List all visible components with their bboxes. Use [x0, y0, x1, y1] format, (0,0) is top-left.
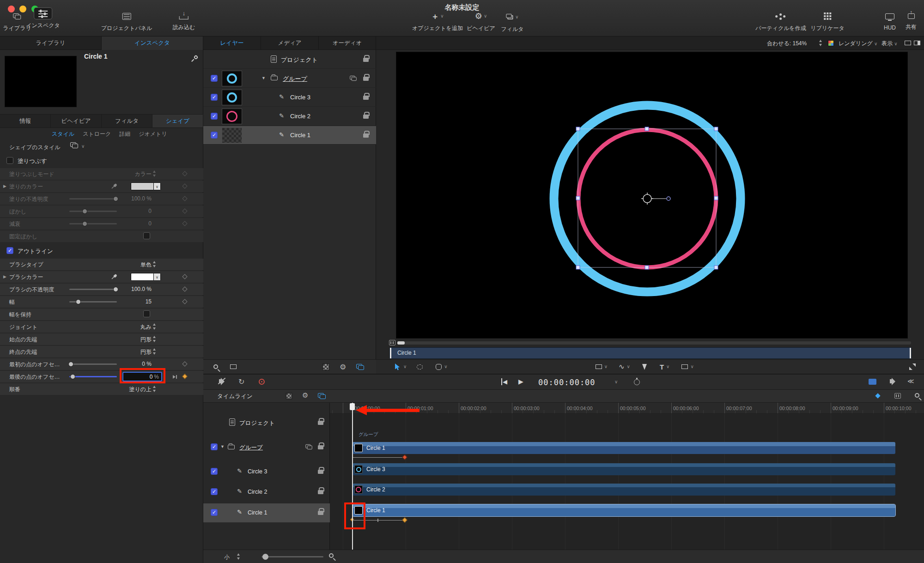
lock-icon[interactable]: [363, 115, 369, 119]
popup-stepper[interactable]: [152, 348, 157, 355]
tab-audio[interactable]: オーディオ: [319, 36, 376, 50]
disclosure-right-icon[interactable]: ▶: [3, 184, 6, 188]
zoom-level-value[interactable]: 合わせる: 154%: [767, 40, 807, 48]
track-height-value[interactable]: 小: [224, 553, 230, 561]
hand-tool-icon[interactable]: [436, 364, 442, 370]
keyframe-diamond[interactable]: [182, 171, 187, 176]
layers-view-icon[interactable]: [356, 364, 364, 370]
mini-timeline-scrollbar[interactable]: [397, 341, 911, 345]
transparency-checker-icon[interactable]: [322, 363, 329, 370]
show-filmstrip-icon[interactable]: [894, 393, 901, 399]
fill-checkbox[interactable]: [6, 157, 13, 164]
fill-color-swatch[interactable]: [131, 182, 154, 190]
show-keyframes-icon[interactable]: [875, 393, 880, 398]
tab-filters[interactable]: フィルタ: [102, 115, 152, 127]
timeline-zoom-knob[interactable]: [262, 554, 268, 560]
lock-icon[interactable]: [318, 511, 323, 515]
playhead-handle[interactable]: [350, 403, 355, 410]
inspector-toolbar-button[interactable]: インスペクタ: [26, 7, 60, 30]
tab-shape[interactable]: シェイプ: [152, 115, 203, 127]
lock-icon[interactable]: [318, 490, 323, 494]
filmstrip-view-icon[interactable]: [230, 364, 237, 369]
zoom-stepper[interactable]: [819, 39, 823, 47]
lock-icon[interactable]: [318, 421, 323, 425]
tab-library[interactable]: ライブラリ: [0, 36, 102, 50]
width-slider[interactable]: [69, 301, 117, 303]
timecode-display[interactable]: 00:00:00:00: [538, 378, 596, 387]
play-icon[interactable]: ▶: [518, 378, 523, 385]
shape-style-preset-icon[interactable]: [70, 142, 78, 148]
storage-status-icon[interactable]: [869, 379, 876, 385]
rectangle-tool-icon[interactable]: [596, 364, 602, 369]
project-panel-button[interactable]: プロジェクトパネル: [101, 10, 152, 32]
fill-mode-popup[interactable]: カラー: [134, 170, 152, 178]
brush-type-popup[interactable]: 単色: [140, 261, 152, 269]
lasso-tool-icon[interactable]: [417, 364, 423, 369]
outline-checkbox[interactable]: [6, 247, 13, 254]
link-icon[interactable]: [305, 444, 312, 449]
brush-opacity-slider[interactable]: [69, 289, 117, 290]
layer-activation-checkbox[interactable]: [211, 468, 218, 475]
layer-activation-checkbox[interactable]: [211, 488, 218, 495]
timeline-row-circle3[interactable]: ✎ Circle 3: [203, 463, 330, 480]
keyframe-diamond[interactable]: [182, 286, 187, 291]
import-button[interactable]: ↓ 読み込む: [173, 9, 195, 31]
bezier-tool-icon[interactable]: ∿: [619, 363, 625, 371]
next-keyframe-icon[interactable]: [173, 375, 176, 379]
stopwatch-icon[interactable]: [634, 379, 640, 385]
timeline-zoom-slider[interactable]: [261, 556, 323, 557]
keyframe-diamond-active[interactable]: [182, 374, 187, 379]
lock-icon[interactable]: [363, 133, 369, 138]
keyframe-diamond[interactable]: [182, 196, 187, 201]
eyedropper-icon[interactable]: [111, 183, 117, 189]
disclosure-down-icon[interactable]: ▼: [261, 76, 266, 80]
popup-stepper[interactable]: [152, 385, 157, 393]
tab-inspector[interactable]: インスペクタ: [102, 36, 203, 50]
popup-stepper[interactable]: [152, 170, 157, 177]
chevron-down-icon[interactable]: ∨: [690, 364, 693, 369]
keyframe-diamond[interactable]: [182, 299, 187, 304]
brush-opacity-value[interactable]: 100.0 %: [131, 286, 152, 292]
timeline-row-project[interactable]: プロジェクト: [203, 414, 330, 431]
zoom-icon[interactable]: [329, 553, 334, 558]
layers-row-circle2[interactable]: ✎ Circle 2: [203, 107, 376, 126]
lock-icon[interactable]: [363, 58, 369, 62]
last-point-offset-slider[interactable]: [69, 376, 117, 377]
chevron-down-icon[interactable]: ∨: [444, 364, 447, 369]
joint-popup[interactable]: 丸み: [140, 323, 152, 331]
lock-icon[interactable]: [363, 77, 369, 81]
chevron-down-icon[interactable]: ∨: [81, 144, 85, 149]
layers-row-project[interactable]: プロジェクト: [203, 50, 376, 69]
scrollbar-handle[interactable]: [397, 341, 405, 345]
hud-button[interactable]: HUD: [884, 10, 896, 31]
mask-tool-icon[interactable]: [681, 364, 688, 369]
chevron-down-icon[interactable]: ∨: [604, 364, 608, 369]
loop-playback-icon[interactable]: ↻: [238, 377, 244, 386]
track-bar-circle3[interactable]: Circle 3: [353, 463, 895, 475]
subtab-style[interactable]: スタイル: [52, 130, 74, 138]
make-particles-button[interactable]: パーティクルを作成: [755, 10, 806, 32]
layers-view-icon[interactable]: [318, 393, 326, 399]
zoom-timeline-icon[interactable]: [915, 393, 919, 398]
paint-stroke-tool-icon[interactable]: [642, 364, 647, 370]
layer-activation-checkbox[interactable]: [211, 113, 218, 120]
mini-timeline-bar[interactable]: Circle 1: [389, 347, 912, 359]
lock-icon[interactable]: [363, 96, 369, 100]
layers-row-group[interactable]: ▼ グループ: [203, 69, 376, 88]
keyframe-diamond[interactable]: [182, 221, 187, 226]
tab-properties[interactable]: 情報: [0, 115, 51, 127]
mute-icon[interactable]: [219, 379, 222, 383]
track-height-stepper[interactable]: [237, 553, 241, 560]
eyedropper-icon[interactable]: [111, 273, 117, 280]
first-point-offset-value[interactable]: 0 %: [142, 361, 152, 367]
collapse-transport-icon[interactable]: ≪: [907, 377, 914, 385]
chevron-down-icon[interactable]: ∨: [403, 364, 407, 369]
go-to-start-icon[interactable]: ◀: [501, 378, 507, 385]
disclosure-down-icon[interactable]: ▼: [220, 444, 225, 449]
track-bar-circle1-selected[interactable]: Circle 1: [353, 504, 895, 516]
lock-icon[interactable]: [318, 470, 323, 474]
fill-opacity-value[interactable]: 100.0 %: [131, 195, 152, 202]
keyframe-diamond[interactable]: [182, 361, 187, 366]
preserve-width-checkbox[interactable]: [143, 310, 150, 317]
popup-stepper[interactable]: [152, 323, 157, 330]
